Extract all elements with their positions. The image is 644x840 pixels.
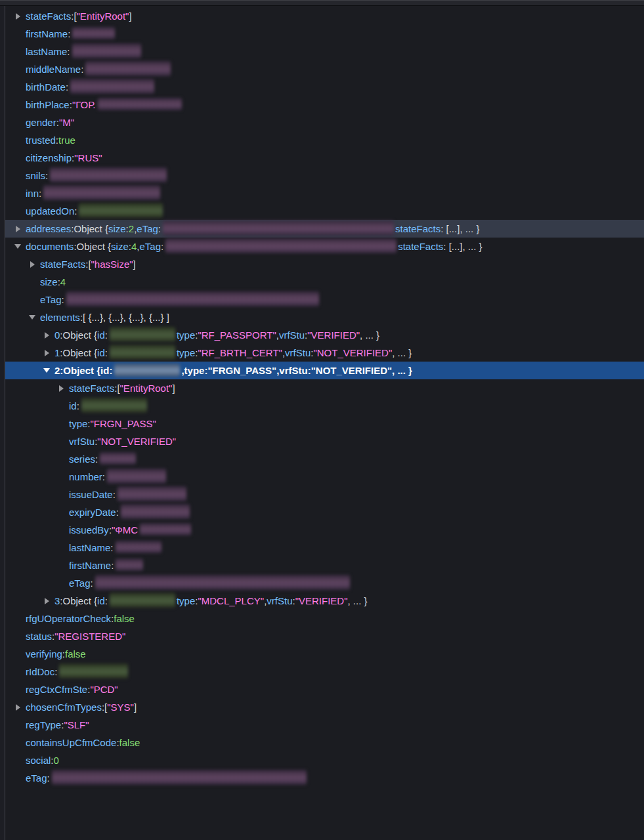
tree-row[interactable]: issueDate: xyxy=(5,486,644,503)
tree-row[interactable]: eTag: xyxy=(5,769,644,787)
value-string: "SYS" xyxy=(107,698,134,716)
tree-row[interactable]: lastName: xyxy=(5,43,644,60)
tree-row[interactable]: documents: Object { size: 4, eTag: state… xyxy=(5,238,644,255)
key-label: issueDate xyxy=(69,486,113,503)
tree-row[interactable]: firstName: xyxy=(5,556,644,574)
triangle-right-icon[interactable] xyxy=(43,592,54,610)
tree-row[interactable]: lastName: xyxy=(5,539,644,556)
redacted-value xyxy=(50,167,167,182)
value-string: "RF_PASSPORT" xyxy=(198,326,276,344)
tree-row[interactable]: 1: Object { id: type: "RF_BRTH_CERT", vr… xyxy=(5,344,644,362)
triangle-right-icon[interactable] xyxy=(58,379,69,397)
tree-row[interactable]: number: xyxy=(5,468,644,486)
key-label: lastName xyxy=(69,539,110,556)
punctuation: : xyxy=(113,486,116,503)
punctuation: ] xyxy=(172,379,175,397)
punctuation: : xyxy=(67,43,70,60)
key-label: inn xyxy=(26,184,39,202)
tree-row[interactable]: birthPlace: "ГОР. xyxy=(5,96,644,114)
key-label: stateFacts xyxy=(69,379,114,397)
twisty-spacer xyxy=(58,415,69,432)
punctuation: , ... } xyxy=(347,592,367,610)
tree-row[interactable]: series: xyxy=(5,450,644,468)
redacted-value xyxy=(85,61,171,76)
twisty-spacer xyxy=(14,131,26,149)
key-label: issuedBy xyxy=(69,521,109,539)
value-string: "RUS" xyxy=(74,149,102,167)
triangle-down-icon[interactable] xyxy=(14,238,26,255)
tree-row[interactable]: middleName: xyxy=(5,60,644,78)
punctuation: : xyxy=(62,291,64,308)
tree-row[interactable]: regCtxCfmSte: "PCD" xyxy=(5,681,644,698)
twisty-spacer xyxy=(14,167,26,184)
tree-row[interactable]: containsUpCfmCode: false xyxy=(5,734,644,751)
tree-row[interactable]: verifying: false xyxy=(5,645,644,663)
key-label: eTag xyxy=(137,220,158,238)
key-label: vrfStu xyxy=(285,344,311,362)
tree-row[interactable]: birthDate: xyxy=(5,78,644,96)
twisty-spacer xyxy=(14,184,26,202)
value-literal: 0 xyxy=(54,751,59,769)
tree-row[interactable]: eTag: xyxy=(5,291,644,308)
tree-row[interactable]: 2: Object { id: , type: "FRGN_PASS", vrf… xyxy=(5,362,644,379)
value-string: "M" xyxy=(59,114,74,131)
tree-row[interactable]: regType: "SLF" xyxy=(5,716,644,734)
key-label: id xyxy=(97,326,105,344)
tree-row[interactable]: type: "FRGN_PASS" xyxy=(5,415,644,432)
object-preview: Object { xyxy=(63,326,98,344)
tree-row[interactable]: stateFacts: [ "hasSize" ] xyxy=(5,255,644,273)
tree-row[interactable]: vrfStu: "NOT_VERIFIED" xyxy=(5,432,644,450)
triangle-right-icon[interactable] xyxy=(43,344,54,362)
tree-row[interactable]: trusted: true xyxy=(5,131,644,149)
tree-row[interactable]: 0: Object { id: type: "RF_PASSPORT", vrf… xyxy=(5,326,644,344)
tree-row[interactable]: addresses: Object { size: 2, eTag: state… xyxy=(5,220,644,238)
tree-row[interactable]: status: "REGISTERED" xyxy=(5,627,644,645)
triangle-right-icon[interactable] xyxy=(14,698,26,716)
triangle-right-icon[interactable] xyxy=(14,220,26,238)
twisty-spacer xyxy=(14,202,26,220)
key-label: stateFacts xyxy=(398,238,443,255)
tree-row[interactable]: social: 0 xyxy=(5,751,644,769)
triangle-right-icon[interactable] xyxy=(14,7,26,25)
tree-row[interactable]: gender: "M" xyxy=(5,114,644,131)
tree-row[interactable]: inn: xyxy=(5,184,644,202)
redacted-value xyxy=(110,327,175,342)
key-label: elements xyxy=(40,308,80,326)
tree-row[interactable]: snils: xyxy=(5,167,644,184)
tree-row[interactable]: updatedOn: xyxy=(5,202,644,220)
tree-row[interactable]: rIdDoc: xyxy=(5,663,644,681)
punctuation: : xyxy=(81,60,83,78)
tree-row[interactable]: eTag: xyxy=(5,574,644,592)
twisty-spacer xyxy=(14,25,26,43)
triangle-right-icon[interactable] xyxy=(43,326,54,344)
punctuation: ] xyxy=(134,698,137,716)
value-string: "EntityRoot" xyxy=(120,379,173,397)
key-label: 2 xyxy=(54,362,60,379)
twisty-spacer xyxy=(58,468,69,486)
tree-row[interactable]: stateFacts: [ "EntityRoot" ] xyxy=(5,7,644,25)
tree-row[interactable]: firstName: xyxy=(5,25,644,43)
twisty-spacer xyxy=(14,627,26,645)
punctuation: : xyxy=(111,556,114,574)
value-string: "SLF" xyxy=(64,716,89,734)
value-literal: 2 xyxy=(129,220,134,238)
tree-row[interactable]: rfgUOperatorCheck: false xyxy=(5,610,644,627)
punctuation: : xyxy=(66,78,68,96)
tree-row[interactable]: size: 4 xyxy=(5,273,644,291)
tree-row[interactable]: stateFacts: [ "EntityRoot" ] xyxy=(5,379,644,397)
tree-row[interactable]: expiryDate: xyxy=(5,503,644,521)
tree-row[interactable]: chosenCfmTypes: [ "SYS" ] xyxy=(5,698,644,716)
tree-row[interactable]: citizenship: "RUS" xyxy=(5,149,644,167)
tree-row[interactable]: 3: Object { id: type: "MDCL_PLCY", vrfSt… xyxy=(5,592,644,610)
value-string: "NOT_VERIFIED" xyxy=(313,344,392,362)
key-label: vrfStu xyxy=(279,362,307,379)
tree-row[interactable]: id: xyxy=(5,397,644,415)
value-string: "hasSize" xyxy=(91,255,133,273)
triangle-right-icon[interactable] xyxy=(29,255,40,273)
tree-row[interactable]: issuedBy: "ФМС xyxy=(5,521,644,539)
punctuation: : xyxy=(74,202,77,220)
key-label: rfgUOperatorCheck xyxy=(26,610,111,627)
triangle-down-icon[interactable] xyxy=(43,362,54,379)
triangle-down-icon[interactable] xyxy=(29,308,40,326)
tree-row[interactable]: elements: [ {...}, {...}, {...}, {...} ] xyxy=(5,308,644,326)
